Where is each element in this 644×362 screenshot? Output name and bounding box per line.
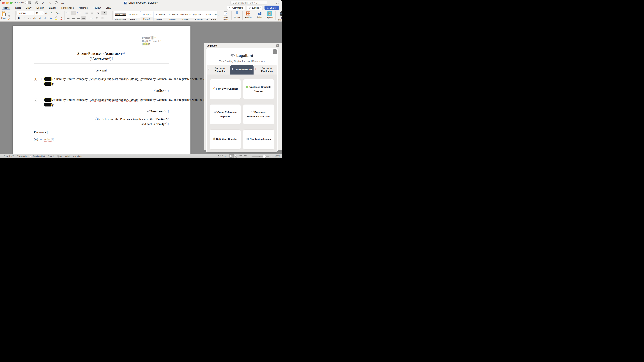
align-right-button[interactable] (76, 16, 81, 20)
line-spacing-button[interactable]: ▾ (88, 16, 93, 20)
align-center-button[interactable] (71, 16, 76, 20)
zoom-slider-knob[interactable] (263, 155, 266, 158)
space-mark: · (111, 98, 112, 101)
search-input[interactable]: Search (Cmd + Ctrl + U) (230, 1, 267, 5)
zoom-slider[interactable] (252, 156, 269, 157)
bullet-list-button[interactable]: ▾ (66, 11, 71, 15)
borders-button[interactable]: ▾ (100, 16, 105, 20)
language-selector[interactable]: English (United States) (30, 155, 54, 157)
ribbon-tab-row: Home Insert Draw Design Layout Reference… (0, 5, 282, 10)
underline-button[interactable]: U▾ (27, 16, 32, 20)
style-parteien[interactable]: (1) AaBbCcD Parteien (179, 11, 192, 21)
zoom-in-button[interactable]: + (270, 155, 272, 158)
grow-font-button[interactable]: A＾ (44, 11, 49, 15)
space-mark: · (114, 117, 115, 121)
style-ebene-1[interactable]: 1 AaBbCcD Ebene 1 (127, 11, 140, 21)
german-term: Gesellscchaft·mit·beschränkter·Haftung (90, 98, 138, 101)
list-number: (1) (34, 76, 38, 81)
close-panel-icon[interactable]: ✕ (276, 44, 279, 47)
definition-checker-card[interactable]: Definition Checker (210, 129, 241, 150)
tab-references[interactable]: References (61, 6, 74, 10)
font-style-checker-card[interactable]: Font Style Checker (210, 79, 241, 99)
document-page[interactable]: Project°[█]↵ Draft·Version°1↵ [Date]¶ Sh… (12, 26, 190, 154)
style-ebene-4[interactable]: 1.1.1 AaBbCc Ebene 4 (166, 11, 179, 21)
web-layout-view-button[interactable] (234, 154, 238, 158)
multilevel-list-button[interactable]: 1ai ▾ (77, 11, 82, 15)
accessibility-status[interactable]: Accessibility: Investigate (57, 155, 83, 157)
between-line: between¶ (34, 69, 169, 72)
tab-home[interactable]: Home (2, 6, 10, 10)
strikethrough-button[interactable]: ab (32, 16, 37, 20)
font-size-select[interactable]: 11 ▾ (35, 11, 44, 15)
tab-design[interactable]: Design (36, 6, 44, 10)
unclosed-brackets-checker-card[interactable]: Unclosed Brackets Checker (243, 79, 274, 99)
draft-view-button[interactable] (243, 154, 248, 158)
style-praeambel[interactable]: (A) AaBbCcD Präambel (192, 11, 205, 21)
tab-document-finalization[interactable]: Document Finalization (254, 65, 277, 74)
editing-mode-button[interactable]: Editing ▾ (247, 5, 262, 10)
tab-mailings[interactable]: Mailings (78, 6, 88, 10)
zoom-out-button[interactable]: − (249, 155, 251, 158)
italic-button[interactable]: I (22, 16, 26, 20)
justify-button[interactable] (82, 16, 86, 20)
card-label: Cross Reference Inspector (218, 111, 237, 118)
style-drafting-note[interactable]: AaBbCcDdEe Drafting Note (114, 11, 127, 21)
info-icon[interactable]: i (273, 49, 277, 54)
share-button[interactable]: Share ▾ (264, 5, 279, 10)
change-case-button[interactable]: Aa▾ (55, 11, 60, 15)
zoom-level[interactable]: 190% (274, 155, 280, 157)
style-ebene-2-selected[interactable]: 1.1 AaBbCcD Ebene 2 (140, 11, 154, 21)
legallint-ribbon-button[interactable]: LegalLint (264, 10, 275, 21)
style-label: Text - Ebene 1 (205, 18, 218, 21)
space-mark: · (109, 117, 110, 121)
document-reference-validator-card[interactable]: Document Reference Validator (243, 104, 274, 124)
paste-button[interactable]: Paste (1, 11, 6, 21)
style-ebene-3[interactable]: 1.1.1 AaBbCc Ebene 3 (154, 11, 166, 21)
show-formatting-marks-button[interactable]: ¶ (102, 11, 107, 15)
shrink-font-button[interactable]: Aｖ (50, 11, 54, 15)
tab-layout[interactable]: Layout (49, 6, 57, 10)
numbering-issues-card[interactable]: 1234Numbering Issues (243, 129, 274, 150)
text-effects-button[interactable]: A▾ (49, 16, 54, 20)
numbered-list-button[interactable]: 123 ▾ (71, 11, 76, 15)
doc-title-chevron-icon[interactable]: ▾ (157, 2, 158, 3)
tab-insert[interactable]: Insert (14, 6, 21, 10)
open-legallint-button[interactable]: Logo Open LegalLint (276, 10, 282, 21)
tab-document-review[interactable]: Document Review (230, 65, 254, 74)
tab-draw[interactable]: Draw (25, 6, 32, 10)
sort-button[interactable]: AZ (96, 11, 100, 15)
page-indicator[interactable]: Page 1 of 3 (4, 155, 14, 157)
editing-label: Editing (252, 7, 259, 9)
format-painter-icon[interactable] (7, 18, 10, 21)
cut-icon[interactable]: ✂ (7, 11, 10, 14)
tab-document-formatting[interactable]: Document Formatting (207, 65, 230, 74)
increase-indent-button[interactable] (89, 11, 94, 15)
tab-view[interactable]: View (105, 6, 111, 10)
focus-mode-button[interactable]: Focus (218, 155, 227, 157)
style-gallery-more-icon[interactable]: › (218, 14, 218, 17)
presence-icon[interactable] (276, 1, 280, 5)
decrease-indent-button[interactable] (84, 11, 88, 15)
font-color-button[interactable]: A▾ (60, 16, 64, 20)
shading-button[interactable]: ▾ (95, 16, 100, 20)
space-mark: · (101, 117, 102, 121)
bold-button[interactable]: B (16, 16, 21, 20)
styles-pane-button[interactable]: Styles Pane (221, 10, 231, 21)
highlight-color-button[interactable]: ▾ (54, 16, 59, 20)
space-mark: · (87, 51, 88, 55)
superscript-button[interactable]: x2 (42, 16, 47, 20)
dictate-button[interactable]: Dictate (232, 10, 242, 21)
cross-reference-inspector-card[interactable]: Cross Reference Inspector (210, 104, 241, 124)
word-count[interactable]: 910 words (17, 155, 26, 157)
copy-icon[interactable] (7, 14, 10, 17)
comments-button[interactable]: Comments (227, 5, 245, 10)
editor-button[interactable]: Editor (255, 10, 264, 21)
style-text-ebene-1[interactable]: AaBbCcDdEe Text - Ebene 1 (205, 11, 218, 21)
addins-button[interactable]: Add-ins (243, 10, 253, 21)
outline-view-button[interactable] (238, 154, 243, 158)
font-name-select[interactable]: Georgia ▾ (16, 11, 34, 15)
subscript-button[interactable]: x2 (38, 16, 42, 20)
align-left-button[interactable] (66, 16, 70, 20)
tab-review[interactable]: Review (92, 6, 101, 10)
print-layout-view-button[interactable] (229, 154, 234, 158)
